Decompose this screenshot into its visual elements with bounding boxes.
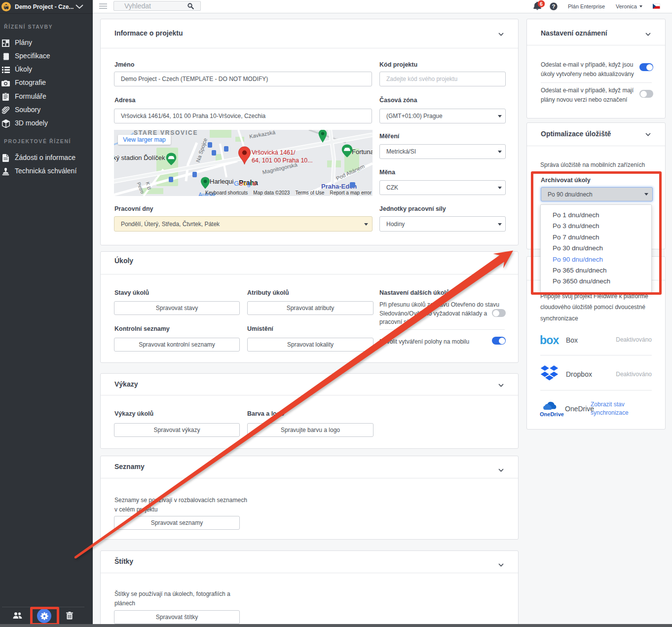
svg-text:6: 6 (540, 1, 543, 7)
svg-text:Google: Google (234, 180, 256, 187)
svg-text:?: ? (552, 3, 555, 9)
